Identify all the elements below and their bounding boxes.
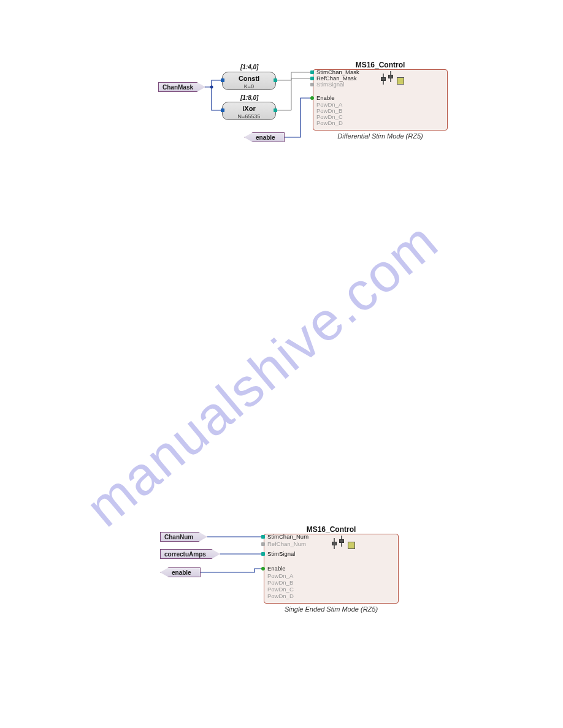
port-label: Enable <box>267 565 286 572</box>
port-label: RefChan_Num <box>267 540 306 547</box>
block-ixor: iXor N=65535 <box>222 102 276 120</box>
block-title: ConstI <box>223 75 275 82</box>
port-icon <box>310 77 314 80</box>
port-label: PowDn_C <box>267 586 294 593</box>
port-icon <box>310 96 314 100</box>
port-icon <box>261 552 265 556</box>
tag-enable-1: enable <box>244 132 285 142</box>
port-in-icon <box>221 78 224 82</box>
tag-label: enable <box>172 569 191 576</box>
port-icon <box>310 83 314 86</box>
tag-enable-2: enable <box>160 567 201 577</box>
port-icon <box>261 542 265 546</box>
port-label: StimChan_Num <box>267 533 308 540</box>
range-label-ixor: [1:8,0] <box>240 94 258 101</box>
block-consti: ConstI K=0 <box>222 72 276 90</box>
port-in-icon <box>221 108 224 112</box>
slider-icon <box>381 74 386 85</box>
tag-label: correctuAmps <box>164 551 206 558</box>
port-label: PowDn_D <box>316 119 343 126</box>
ms16-title-2: MS16_Control <box>264 525 399 534</box>
port-icon <box>310 70 314 74</box>
port-label: Enable <box>316 94 335 101</box>
range-label-consti: [1:4,0] <box>240 64 258 70</box>
port-icon <box>261 535 265 539</box>
slider-icon <box>339 536 344 547</box>
block-subtext: N=65535 <box>223 113 275 119</box>
tag-chanmask: ChanMask <box>158 82 205 92</box>
port-icon <box>261 567 265 571</box>
tag-label: ChanNum <box>164 534 193 540</box>
port-out-icon <box>274 78 277 82</box>
port-label: StimSignal <box>316 81 344 88</box>
ms16-caption-2: Single Ended Stim Mode (RZ5) <box>264 605 399 613</box>
tag-label: ChanMask <box>163 84 193 91</box>
port-label: PowDn_D <box>267 593 294 599</box>
ms16-title-1: MS16_Control <box>313 61 448 69</box>
port-label: PowDn_A <box>267 572 293 579</box>
port-label: PowDn_B <box>267 579 293 586</box>
wire-layer <box>0 0 563 728</box>
settings-icon <box>348 542 355 549</box>
port-out-icon <box>274 108 277 112</box>
block-subtext: K=0 <box>223 83 275 89</box>
tag-label: enable <box>256 134 275 141</box>
block-title: iXor <box>223 105 275 112</box>
slider-icon <box>388 71 393 82</box>
tag-correctuamps: correctuAmps <box>160 549 220 559</box>
settings-icon <box>397 77 404 85</box>
tag-channum: ChanNum <box>160 532 207 542</box>
slider-icon <box>332 538 337 549</box>
ms16-caption-1: Differential Stim Mode (RZ5) <box>313 132 448 140</box>
port-label: StimSignal <box>267 550 295 557</box>
